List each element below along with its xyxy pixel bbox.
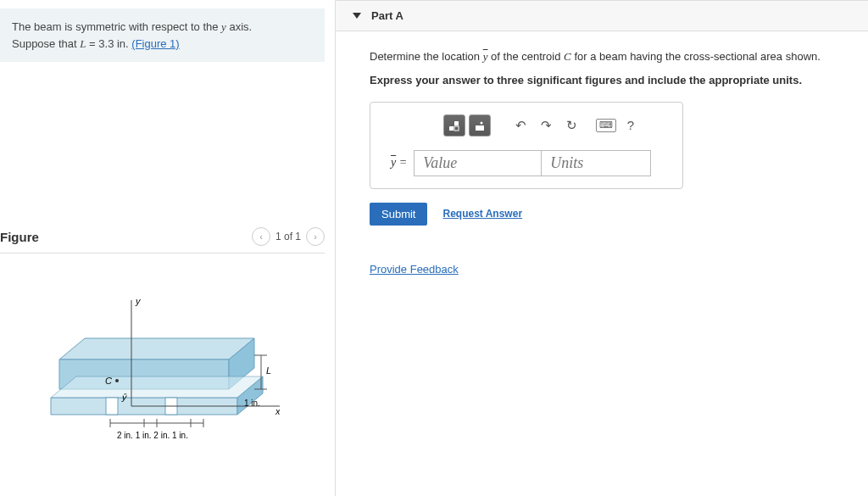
request-answer-link[interactable]: Request Answer bbox=[442, 208, 522, 220]
figure-image: y x C ȳ L 1 in. bbox=[0, 279, 325, 468]
units-input[interactable] bbox=[541, 150, 651, 176]
dim-1in: 1 in. bbox=[244, 398, 260, 408]
figure-prev-button[interactable]: ‹ bbox=[252, 227, 270, 246]
figure-title: Figure bbox=[0, 230, 39, 244]
figure-nav: ‹ 1 of 1 › bbox=[252, 227, 325, 246]
svg-rect-23 bbox=[476, 125, 484, 131]
redo-button[interactable]: ↷ bbox=[535, 114, 557, 137]
dim-L: L bbox=[266, 365, 271, 376]
figure-next-button[interactable]: › bbox=[306, 227, 325, 246]
dim-bottom: 2 in. 1 in. 2 in. 1 in. bbox=[117, 431, 188, 440]
axis-x-label: x bbox=[275, 406, 280, 416]
submit-button[interactable]: Submit bbox=[370, 203, 427, 226]
problem-statement: The beam is symmetric with respect to th… bbox=[0, 8, 325, 62]
provide-feedback-link[interactable]: Provide Feedback bbox=[370, 263, 459, 276]
help-button[interactable]: ? bbox=[620, 114, 642, 137]
text: = 3.3 in. bbox=[86, 37, 131, 50]
svg-rect-21 bbox=[454, 121, 459, 125]
answer-toolbar: ↶ ↷ ↻ ⌨ ? bbox=[384, 111, 669, 140]
answer-box: ↶ ↷ ↻ ⌨ ? y = bbox=[370, 102, 683, 189]
question-text: Determine the location y of the centroid… bbox=[370, 48, 843, 65]
figure-counter: 1 of 1 bbox=[275, 231, 301, 242]
figure-link[interactable]: (Figure 1) bbox=[131, 37, 179, 50]
template-button-1[interactable] bbox=[443, 114, 465, 137]
part-header[interactable]: Part A bbox=[336, 0, 868, 31]
svg-rect-6 bbox=[106, 398, 118, 415]
collapse-icon bbox=[353, 13, 361, 19]
svg-point-24 bbox=[481, 121, 483, 124]
svg-marker-0 bbox=[59, 338, 254, 359]
answer-instructions: Express your answer to three significant… bbox=[370, 74, 843, 86]
svg-point-10 bbox=[115, 379, 119, 382]
figure-section: Figure ‹ 1 of 1 › bbox=[0, 227, 335, 468]
undo-button[interactable]: ↶ bbox=[509, 114, 531, 137]
template-button-2[interactable] bbox=[469, 114, 491, 137]
reset-button[interactable]: ↻ bbox=[560, 114, 582, 137]
svg-rect-20 bbox=[449, 126, 453, 131]
svg-rect-22 bbox=[454, 126, 459, 131]
part-title: Part A bbox=[371, 9, 403, 22]
value-input[interactable] bbox=[414, 150, 541, 176]
axis-y-label: y bbox=[135, 296, 142, 306]
text: Suppose that bbox=[12, 37, 80, 50]
keyboard-button[interactable]: ⌨ bbox=[596, 119, 616, 132]
centroid-label: C bbox=[105, 376, 112, 386]
text: The beam is symmetric with respect to th… bbox=[12, 20, 221, 33]
eq-label: y = bbox=[384, 150, 414, 176]
text: axis. bbox=[226, 20, 252, 33]
c-symbol: C bbox=[564, 50, 571, 63]
svg-marker-5 bbox=[51, 376, 263, 398]
